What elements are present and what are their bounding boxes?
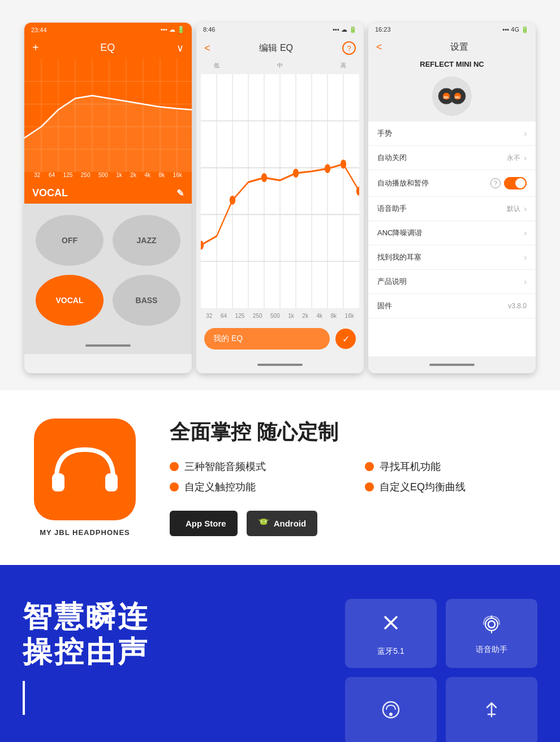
feature-item-1: 三种智能音频模式 [170,460,342,473]
phone1-home-indicator [24,337,192,354]
phone2-back-btn[interactable]: < [204,42,210,54]
app-info-content: 全面掌控 随心定制 三种智能音频模式 寻找耳机功能 自定义触控功能 自定义EQ均… [170,419,537,536]
svg-rect-40 [52,473,64,491]
svg-point-47 [261,521,262,522]
chevron-icon-product: › [524,277,527,286]
settings-item-gestures[interactable]: 手势 › [368,122,536,146]
phone-eq-screen: 23:44 ▪▪▪ ☁ 🔋 + EQ ∨ [24,23,192,373]
phone3-header: < 设置 [368,37,536,58]
phone2-header: < 编辑 EQ ? [196,37,364,59]
feature-card-4 [446,677,537,742]
svg-point-27 [201,241,204,250]
phone2-help-btn[interactable]: ? [342,41,356,55]
blue-underline-bar [23,681,25,715]
settings-item-voice-assistant[interactable]: 语音助手 默认 › [368,197,536,221]
phone3-icons: ▪▪▪ 4G 🔋 [503,26,529,33]
svg-point-48 [265,521,266,522]
chevron-icon-auto-off: › [524,153,527,162]
svg-text:JBL: JBL [454,96,461,99]
blue-section: 智慧瞬连 操控由声 蓝牙5.1 [0,565,560,742]
appstore-button[interactable]: App Store [170,511,238,536]
feature-card-3 [345,677,437,742]
android-label: Android [274,519,307,528]
feature-dot-4 [365,482,374,491]
phone3-device-image: JBL JBL [368,71,536,122]
settings-item-firmware: 固件 v3.8.0 [368,294,536,318]
feature-text-4: 自定义EQ均衡曲线 [380,480,466,494]
app-name-label: MY JBL HEADPHONES [40,528,130,537]
settings-item-auto-off[interactable]: 自动关闭 永不 › [368,146,536,170]
phone2-time: 8:46 [203,26,215,33]
blue-title-line2: 操控由声 [23,634,322,669]
phone3-back-btn[interactable]: < [376,41,382,53]
off-preset-btn[interactable]: OFF [36,215,104,266]
settings-item-anc[interactable]: ANC降噪调谐 › [368,221,536,245]
phone2-input-row: 我的 EQ ✓ [196,321,364,356]
chevron-icon-anc: › [524,228,527,238]
phone2-eq-name-input[interactable]: 我的 EQ [204,328,330,350]
feature-text-2: 寻找耳机功能 [380,460,441,473]
phone1-edit-icon[interactable]: ✎ [176,188,184,199]
feature-icon-4 [480,698,503,723]
feature-text-1: 三种智能音频模式 [184,460,266,473]
phone1-header: + EQ ∨ [24,37,192,59]
chevron-icon-find: › [524,253,527,262]
feature-dot-3 [170,482,179,491]
app-info-title: 全面掌控 随心定制 [170,419,537,446]
bluetooth-feature-card: 蓝牙5.1 [345,599,437,668]
phone1-chevron[interactable]: ∨ [176,42,184,54]
phone2-freq-labels-top: 低中高 [196,59,364,72]
svg-text:JBL: JBL [443,96,450,99]
phone3-home-indicator [368,356,536,373]
svg-point-54 [389,713,393,716]
blue-icons-area: 蓝牙5.1 语音助手 [345,599,537,742]
phone3-time: 16:23 [375,26,391,33]
phone2-status-bar: 8:46 ▪▪▪ ☁ 🔋 [196,23,364,37]
settings-label-auto-off: 自动关闭 [377,153,407,163]
phone2-title: 编辑 EQ [210,42,342,54]
voice-label: 语音助手 [476,645,507,655]
settings-value-firmware: v3.8.0 [508,302,527,310]
vocal-preset-btn[interactable]: VOCAL [36,275,104,326]
app-info-section: JBL MY JBL HEADPHONES 全面掌控 随心定制 三种智能音频模式… [0,390,560,565]
phone1-preset-name: VOCAL [32,187,68,199]
phone2-home-indicator [196,356,364,373]
phone2-eq-chart [201,74,359,308]
svg-text:JBL: JBL [73,478,97,492]
voice-icon [479,612,504,639]
svg-point-31 [325,164,330,173]
settings-item-find[interactable]: 找到我的耳塞 › [368,245,536,270]
phone2-icons: ▪▪▪ ☁ 🔋 [333,26,357,33]
phone2-confirm-btn[interactable]: ✓ [335,329,356,349]
blue-text-area: 智慧瞬连 操控由声 [23,599,322,715]
phone1-preset-bar: VOCAL ✎ [24,183,192,204]
blue-title-line1: 智慧瞬连 [23,599,322,634]
settings-label-find: 找到我的耳塞 [377,252,421,262]
phone1-time: 23:44 [31,27,47,33]
settings-label-auto-play: 自动播放和暂停 [377,178,429,188]
phone1-add-btn[interactable]: + [32,41,39,54]
svg-point-28 [230,196,235,205]
phone1-icons: ▪▪▪ ☁ 🔋 [161,26,185,33]
phone3-title: 设置 [391,41,528,53]
bass-preset-btn[interactable]: BASS [113,275,180,326]
app-icon-area: JBL MY JBL HEADPHONES [23,419,147,537]
phone1-preset-buttons: OFF JAZZ VOCAL BASS [24,204,192,337]
settings-item-auto-play[interactable]: 自动播放和暂停 ? [368,170,536,197]
settings-item-product-desc[interactable]: 产品说明 › [368,270,536,294]
jazz-preset-btn[interactable]: JAZZ [113,215,180,266]
settings-label-gestures: 手势 [377,128,392,139]
toggle-auto-play[interactable] [504,177,527,189]
android-button[interactable]: Android [247,511,318,536]
phone-edit-eq-screen: 8:46 ▪▪▪ ☁ 🔋 < 编辑 EQ ? 低中高 [196,23,364,373]
phone2-input-text: 我的 EQ [213,334,243,343]
appstore-label: App Store [186,519,226,528]
feature-dot-2 [365,462,374,471]
settings-label-product-desc: 产品说明 [377,277,407,287]
settings-label-voice-assistant: 语音助手 [377,204,407,214]
feature-text-3: 自定义触控功能 [184,480,256,494]
settings-label-firmware: 固件 [377,301,392,311]
android-icon [258,516,269,530]
voice-feature-card: 语音助手 [446,599,537,668]
phone1-eq-chart [24,59,192,172]
